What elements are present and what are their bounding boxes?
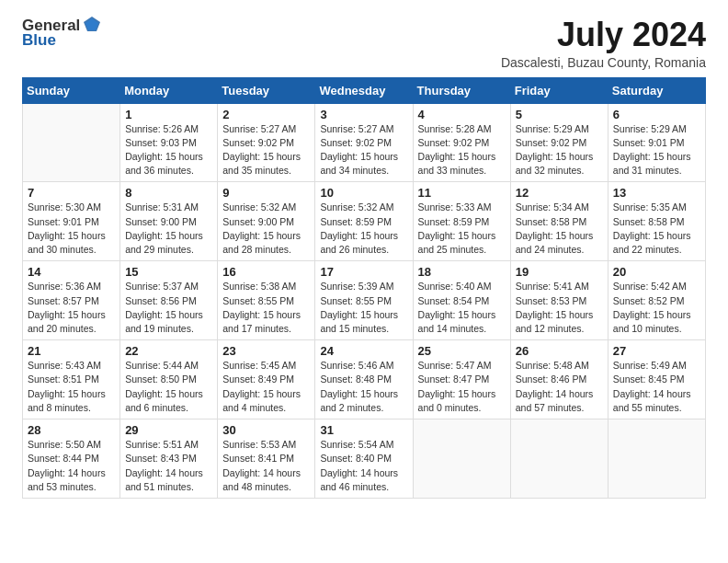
day-number: 10 [320, 186, 407, 200]
day-info: Sunrise: 5:27 AMSunset: 9:02 PMDaylight:… [320, 122, 407, 178]
weekday-header-tuesday: Tuesday [218, 77, 315, 103]
calendar-cell [413, 419, 510, 499]
day-number: 8 [125, 186, 212, 200]
day-info: Sunrise: 5:41 AMSunset: 8:53 PMDaylight:… [516, 280, 603, 336]
day-info: Sunrise: 5:42 AMSunset: 8:52 PMDaylight:… [613, 280, 700, 336]
day-info: Sunrise: 5:34 AMSunset: 8:58 PMDaylight:… [516, 201, 603, 257]
calendar-cell: 5Sunrise: 5:29 AMSunset: 9:02 PMDaylight… [510, 103, 608, 182]
day-number: 14 [28, 265, 115, 279]
day-info: Sunrise: 5:36 AMSunset: 8:57 PMDaylight:… [28, 280, 115, 336]
day-info: Sunrise: 5:28 AMSunset: 9:02 PMDaylight:… [418, 122, 506, 178]
day-number: 16 [222, 265, 310, 279]
day-number: 17 [320, 265, 407, 279]
day-info: Sunrise: 5:45 AMSunset: 8:49 PMDaylight:… [222, 359, 310, 415]
calendar-cell: 27Sunrise: 5:49 AMSunset: 8:45 PMDayligh… [608, 340, 705, 419]
calendar-cell: 17Sunrise: 5:39 AMSunset: 8:55 PMDayligh… [315, 261, 413, 340]
calendar-cell: 25Sunrise: 5:47 AMSunset: 8:47 PMDayligh… [413, 340, 510, 419]
day-number: 26 [516, 344, 603, 358]
day-number: 5 [516, 108, 603, 121]
calendar-cell: 9Sunrise: 5:32 AMSunset: 9:00 PMDaylight… [218, 182, 315, 261]
weekday-row: SundayMondayTuesdayWednesdayThursdayFrid… [23, 77, 706, 103]
day-number: 11 [418, 186, 506, 200]
calendar-header: SundayMondayTuesdayWednesdayThursdayFrid… [23, 77, 706, 103]
calendar-cell: 24Sunrise: 5:46 AMSunset: 8:48 PMDayligh… [315, 340, 413, 419]
weekday-header-saturday: Saturday [608, 77, 705, 103]
calendar-week-row: 21Sunrise: 5:43 AMSunset: 8:51 PMDayligh… [23, 340, 706, 419]
day-number: 2 [222, 108, 310, 121]
day-info: Sunrise: 5:29 AMSunset: 9:01 PMDaylight:… [613, 122, 700, 178]
day-info: Sunrise: 5:35 AMSunset: 8:58 PMDaylight:… [613, 201, 700, 257]
weekday-header-monday: Monday [120, 77, 218, 103]
calendar-cell: 3Sunrise: 5:27 AMSunset: 9:02 PMDaylight… [315, 103, 413, 182]
calendar-cell: 4Sunrise: 5:28 AMSunset: 9:02 PMDaylight… [413, 103, 510, 182]
calendar-cell: 26Sunrise: 5:48 AMSunset: 8:46 PMDayligh… [510, 340, 608, 419]
day-number: 30 [222, 423, 310, 437]
day-number: 27 [613, 344, 700, 358]
day-number: 12 [516, 186, 603, 200]
day-number: 18 [418, 265, 506, 279]
calendar-cell: 16Sunrise: 5:38 AMSunset: 8:55 PMDayligh… [218, 261, 315, 340]
calendar-cell [23, 103, 120, 182]
day-number: 31 [320, 423, 407, 437]
day-info: Sunrise: 5:54 AMSunset: 8:40 PMDaylight:… [320, 438, 407, 494]
day-number: 4 [418, 108, 506, 121]
calendar-week-row: 1Sunrise: 5:26 AMSunset: 9:03 PMDaylight… [23, 103, 706, 182]
calendar-week-row: 28Sunrise: 5:50 AMSunset: 8:44 PMDayligh… [23, 419, 706, 499]
calendar-cell: 19Sunrise: 5:41 AMSunset: 8:53 PMDayligh… [510, 261, 608, 340]
weekday-header-friday: Friday [510, 77, 608, 103]
day-number: 29 [125, 423, 212, 437]
day-info: Sunrise: 5:26 AMSunset: 9:03 PMDaylight:… [125, 122, 212, 178]
calendar-cell: 22Sunrise: 5:44 AMSunset: 8:50 PMDayligh… [120, 340, 218, 419]
weekday-header-thursday: Thursday [413, 77, 510, 103]
calendar-cell: 30Sunrise: 5:53 AMSunset: 8:41 PMDayligh… [218, 419, 315, 499]
day-number: 21 [28, 344, 115, 358]
day-info: Sunrise: 5:30 AMSunset: 9:01 PMDaylight:… [28, 201, 115, 257]
day-number: 19 [516, 265, 603, 279]
day-info: Sunrise: 5:27 AMSunset: 9:02 PMDaylight:… [222, 122, 310, 178]
day-info: Sunrise: 5:50 AMSunset: 8:44 PMDaylight:… [28, 438, 115, 494]
title-area: July 2024 Dascalesti, Buzau County, Roma… [501, 17, 706, 70]
calendar-cell: 10Sunrise: 5:32 AMSunset: 8:59 PMDayligh… [315, 182, 413, 261]
calendar-cell: 28Sunrise: 5:50 AMSunset: 8:44 PMDayligh… [23, 419, 120, 499]
day-number: 3 [320, 108, 407, 121]
logo-blue: Blue [22, 31, 56, 50]
calendar-cell: 20Sunrise: 5:42 AMSunset: 8:52 PMDayligh… [608, 261, 705, 340]
day-info: Sunrise: 5:38 AMSunset: 8:55 PMDaylight:… [222, 280, 310, 336]
calendar-cell: 23Sunrise: 5:45 AMSunset: 8:49 PMDayligh… [218, 340, 315, 419]
day-number: 7 [28, 186, 115, 200]
day-number: 6 [613, 108, 700, 121]
calendar-cell: 31Sunrise: 5:54 AMSunset: 8:40 PMDayligh… [315, 419, 413, 499]
weekday-header-wednesday: Wednesday [315, 77, 413, 103]
calendar-cell: 12Sunrise: 5:34 AMSunset: 8:58 PMDayligh… [510, 182, 608, 261]
day-info: Sunrise: 5:29 AMSunset: 9:02 PMDaylight:… [516, 122, 603, 178]
calendar-body: 1Sunrise: 5:26 AMSunset: 9:03 PMDaylight… [23, 103, 706, 498]
calendar-cell: 14Sunrise: 5:36 AMSunset: 8:57 PMDayligh… [23, 261, 120, 340]
calendar-cell [608, 419, 705, 499]
logo: General Blue [22, 17, 102, 50]
day-info: Sunrise: 5:44 AMSunset: 8:50 PMDaylight:… [125, 359, 212, 415]
day-info: Sunrise: 5:43 AMSunset: 8:51 PMDaylight:… [28, 359, 115, 415]
day-number: 15 [125, 265, 212, 279]
day-info: Sunrise: 5:33 AMSunset: 8:59 PMDaylight:… [418, 201, 506, 257]
day-number: 13 [613, 186, 700, 200]
calendar-table: SundayMondayTuesdayWednesdayThursdayFrid… [22, 77, 706, 499]
calendar-cell: 6Sunrise: 5:29 AMSunset: 9:01 PMDaylight… [608, 103, 705, 182]
day-info: Sunrise: 5:53 AMSunset: 8:41 PMDaylight:… [222, 438, 310, 494]
calendar-cell: 21Sunrise: 5:43 AMSunset: 8:51 PMDayligh… [23, 340, 120, 419]
header: General Blue July 2024 Dascalesti, Buzau… [22, 17, 706, 70]
calendar-week-row: 14Sunrise: 5:36 AMSunset: 8:57 PMDayligh… [23, 261, 706, 340]
day-info: Sunrise: 5:32 AMSunset: 9:00 PMDaylight:… [222, 201, 310, 257]
day-number: 9 [222, 186, 310, 200]
month-title: July 2024 [501, 17, 706, 53]
day-number: 1 [125, 108, 212, 121]
calendar-cell: 7Sunrise: 5:30 AMSunset: 9:01 PMDaylight… [23, 182, 120, 261]
day-info: Sunrise: 5:51 AMSunset: 8:43 PMDaylight:… [125, 438, 212, 494]
day-info: Sunrise: 5:39 AMSunset: 8:55 PMDaylight:… [320, 280, 407, 336]
day-info: Sunrise: 5:31 AMSunset: 9:00 PMDaylight:… [125, 201, 212, 257]
day-info: Sunrise: 5:37 AMSunset: 8:56 PMDaylight:… [125, 280, 212, 336]
calendar-cell: 29Sunrise: 5:51 AMSunset: 8:43 PMDayligh… [120, 419, 218, 499]
day-info: Sunrise: 5:47 AMSunset: 8:47 PMDaylight:… [418, 359, 506, 415]
weekday-header-sunday: Sunday [23, 77, 120, 103]
day-info: Sunrise: 5:40 AMSunset: 8:54 PMDaylight:… [418, 280, 506, 336]
calendar-cell: 8Sunrise: 5:31 AMSunset: 9:00 PMDaylight… [120, 182, 218, 261]
